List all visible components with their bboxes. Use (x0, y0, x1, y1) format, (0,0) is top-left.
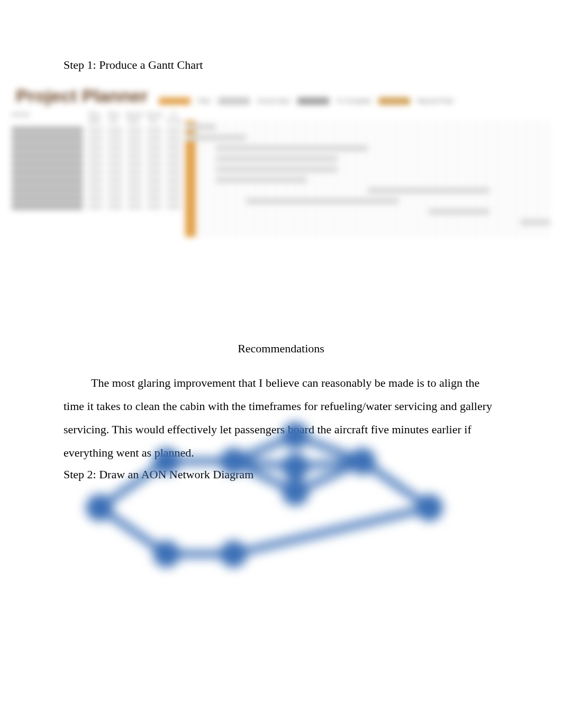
recommendations-heading: Recommendations (64, 342, 498, 356)
legend-swatch (218, 97, 250, 105)
step1-heading: Step 1: Produce a Gantt Chart (64, 58, 498, 72)
table-row (12, 177, 181, 185)
gantt-chart-image: Project Planner Plan Actual Start % Comp… (5, 79, 557, 243)
aon-node (349, 448, 376, 475)
col-header: Plan Start (87, 111, 102, 124)
aon-node (416, 494, 443, 521)
gantt-bar (216, 177, 307, 183)
aon-node (153, 448, 180, 475)
col-header: Activity (12, 111, 82, 124)
aon-network-diagram (58, 407, 460, 587)
gantt-table-header: Activity Plan Start Plan Dur Actual Star… (12, 111, 181, 124)
legend-label: % Complete (337, 97, 371, 105)
gantt-bar (185, 134, 246, 141)
legend-label: Actual Start (257, 97, 290, 105)
table-row (12, 126, 181, 134)
gantt-bar (185, 124, 216, 130)
table-row (12, 194, 181, 202)
legend-label: Plan (198, 97, 211, 105)
aon-node (282, 453, 309, 480)
table-row (12, 151, 181, 160)
legend-swatch (159, 97, 191, 105)
col-header: Actual Dur (146, 111, 161, 124)
aon-svg (58, 407, 460, 587)
legend-swatch (297, 97, 329, 105)
gantt-title: Project Planner (16, 86, 148, 106)
legend-swatch (378, 97, 410, 105)
gantt-task-table: Activity Plan Start Plan Dur Actual Star… (12, 111, 181, 211)
aon-node (153, 541, 180, 568)
legend-label: Beyond Plan (418, 97, 454, 105)
gantt-bar (216, 166, 338, 172)
gantt-bar (216, 145, 368, 151)
gantt-bar (368, 187, 490, 194)
aon-edge (233, 507, 429, 554)
table-row (12, 134, 181, 143)
table-row (12, 160, 181, 168)
table-row (12, 168, 181, 177)
aon-node (220, 448, 247, 475)
gantt-bar (216, 156, 338, 162)
aon-node (220, 541, 247, 568)
table-row (12, 202, 181, 211)
gantt-legend: Plan Actual Start % Complete Beyond Plan (159, 97, 454, 105)
table-row (12, 143, 181, 151)
gantt-bar (520, 219, 551, 225)
table-row (12, 185, 181, 194)
col-header: Actual Start (126, 111, 141, 124)
gantt-bar (246, 198, 398, 204)
gantt-bar (429, 208, 490, 215)
col-header: Plan Dur (106, 111, 121, 124)
gantt-bars-area (185, 121, 550, 237)
aon-node (282, 479, 309, 506)
col-header: % Comp (166, 111, 181, 124)
aon-node (86, 494, 113, 521)
aon-node (282, 422, 309, 449)
